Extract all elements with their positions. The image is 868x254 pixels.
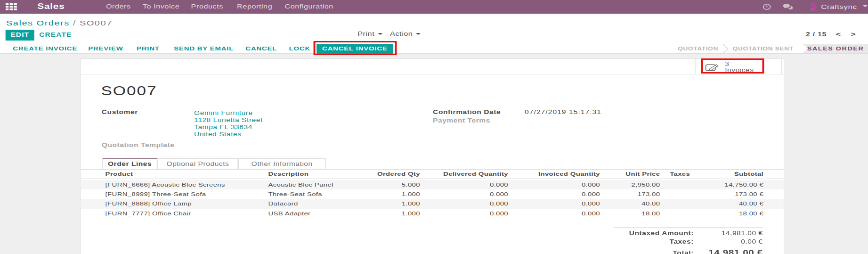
svg-text:S: S (810, 2, 817, 10)
